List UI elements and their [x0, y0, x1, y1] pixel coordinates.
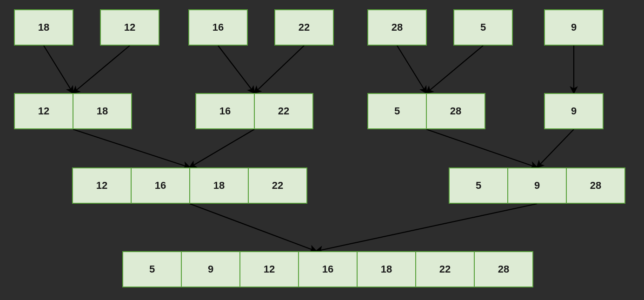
array-node: 16: [188, 9, 248, 46]
array-cell: 12: [14, 93, 73, 129]
array-cell: 5: [449, 167, 508, 204]
merge-arrow: [190, 204, 316, 251]
array-cell: 22: [248, 167, 307, 204]
merge-sort-diagram: 1812162228591218162252891216182259285912…: [0, 0, 644, 300]
array-cell: 5: [367, 93, 427, 129]
array-cell: 22: [254, 93, 313, 129]
merge-arrow: [316, 204, 537, 251]
array-cell: 22: [415, 251, 475, 287]
array-cell: 18: [189, 167, 249, 204]
array-node: 9: [544, 9, 604, 46]
array-node: 12: [100, 9, 159, 46]
array-node: 9: [544, 93, 604, 129]
array-cell: 18: [14, 9, 73, 46]
array-node: 22: [274, 9, 334, 46]
merge-arrow: [397, 46, 426, 93]
array-cell: 18: [357, 251, 416, 287]
array-node: 5928: [449, 167, 625, 204]
array-cell: 5: [453, 9, 513, 46]
merge-arrow: [426, 46, 483, 93]
merge-arrow: [426, 129, 537, 167]
array-cell: 28: [367, 9, 427, 46]
array-cell: 22: [274, 9, 334, 46]
array-cell: 16: [298, 251, 358, 287]
merge-arrow: [254, 46, 304, 93]
array-cell: 28: [566, 167, 625, 204]
array-cell: 9: [544, 9, 604, 46]
array-cell: 28: [426, 93, 485, 129]
array-node: 591216182228: [122, 251, 533, 287]
array-node: 5: [453, 9, 513, 46]
array-node: 18: [14, 9, 73, 46]
array-cell: 9: [544, 93, 604, 129]
array-node: 12161822: [72, 167, 307, 204]
merge-arrow: [73, 129, 190, 167]
merge-arrow: [73, 46, 130, 93]
array-cell: 12: [72, 167, 132, 204]
array-cell: 16: [195, 93, 255, 129]
array-cell: 16: [131, 167, 190, 204]
array-cell: 12: [239, 251, 299, 287]
merge-arrow: [44, 46, 73, 93]
merge-arrow: [537, 129, 574, 167]
merge-arrow: [218, 46, 254, 93]
array-node: 1622: [195, 93, 313, 129]
merge-arrow: [190, 129, 254, 167]
array-cell: 18: [73, 93, 132, 129]
array-cell: 9: [181, 251, 240, 287]
array-node: 28: [367, 9, 427, 46]
array-node: 1218: [14, 93, 132, 129]
array-cell: 5: [122, 251, 182, 287]
array-cell: 28: [474, 251, 533, 287]
array-node: 528: [367, 93, 485, 129]
array-cell: 12: [100, 9, 159, 46]
array-cell: 16: [188, 9, 248, 46]
array-cell: 9: [507, 167, 567, 204]
